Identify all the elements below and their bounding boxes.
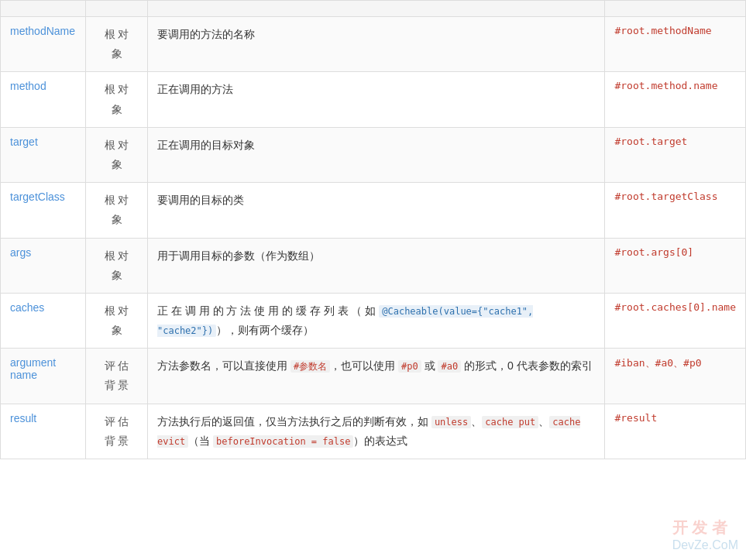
cell-position: 根 对象	[86, 127, 148, 182]
header-example	[605, 1, 746, 17]
table-row: argumentname评 估背 景方法参数名，可以直接使用 #参数名，也可以使…	[1, 349, 746, 404]
cell-desc: 正在调用的方法	[148, 72, 605, 127]
cell-example: #root.caches[0].name	[605, 293, 746, 348]
cell-name: methodName	[1, 17, 86, 72]
cell-example: #root.target	[605, 127, 746, 182]
header-name	[1, 1, 86, 17]
cell-desc: 正 在 调 用 的 方 法 使 用 的 缓 存 列 表 （ 如 @Cacheab…	[148, 293, 605, 348]
cell-position: 根 对象	[86, 293, 148, 348]
cell-example: #root.targetClass	[605, 183, 746, 238]
header-position	[86, 1, 148, 17]
cell-example: #result	[605, 404, 746, 459]
cell-name: argumentname	[1, 349, 86, 404]
table-row: caches根 对象正 在 调 用 的 方 法 使 用 的 缓 存 列 表 （ …	[1, 293, 746, 348]
cell-name: target	[1, 127, 86, 182]
cell-desc: 正在调用的目标对象	[148, 127, 605, 182]
cell-example: #root.methodName	[605, 17, 746, 72]
table-row: targetClass根 对象要调用的目标的类#root.targetClass	[1, 183, 746, 238]
table-row: target根 对象正在调用的目标对象#root.target	[1, 127, 746, 182]
cell-example: #iban、#a0、#p0	[605, 349, 746, 404]
cell-name: result	[1, 404, 86, 459]
cell-position: 评 估背 景	[86, 349, 148, 404]
cell-name: method	[1, 72, 86, 127]
table-row: args根 对象用于调用目标的参数（作为数组）#root.args[0]	[1, 238, 746, 293]
cell-desc: 用于调用目标的参数（作为数组）	[148, 238, 605, 293]
cell-name: caches	[1, 293, 86, 348]
table-row: result评 估背 景方法执行后的返回值，仅当方法执行之后的判断有效，如 un…	[1, 404, 746, 459]
cell-position: 评 估背 景	[86, 404, 148, 459]
cell-desc: 方法执行后的返回值，仅当方法执行之后的判断有效，如 unless、cache p…	[148, 404, 605, 459]
cell-example: #root.method.name	[605, 72, 746, 127]
table-row: method根 对象正在调用的方法#root.method.name	[1, 72, 746, 127]
table-header-row	[1, 1, 746, 17]
cell-desc: 要调用的方法的名称	[148, 17, 605, 72]
cell-name: targetClass	[1, 183, 86, 238]
cell-position: 根 对象	[86, 17, 148, 72]
cell-desc: 方法参数名，可以直接使用 #参数名，也可以使用 #p0 或 #a0 的形式，0 …	[148, 349, 605, 404]
reference-table: methodName根 对象要调用的方法的名称#root.methodNamem…	[0, 0, 746, 459]
table-row: methodName根 对象要调用的方法的名称#root.methodName	[1, 17, 746, 72]
cell-name: args	[1, 238, 86, 293]
cell-example: #root.args[0]	[605, 238, 746, 293]
cell-position: 根 对象	[86, 183, 148, 238]
cell-desc: 要调用的目标的类	[148, 183, 605, 238]
cell-position: 根 对象	[86, 238, 148, 293]
header-desc	[148, 1, 605, 17]
cell-position: 根 对象	[86, 72, 148, 127]
